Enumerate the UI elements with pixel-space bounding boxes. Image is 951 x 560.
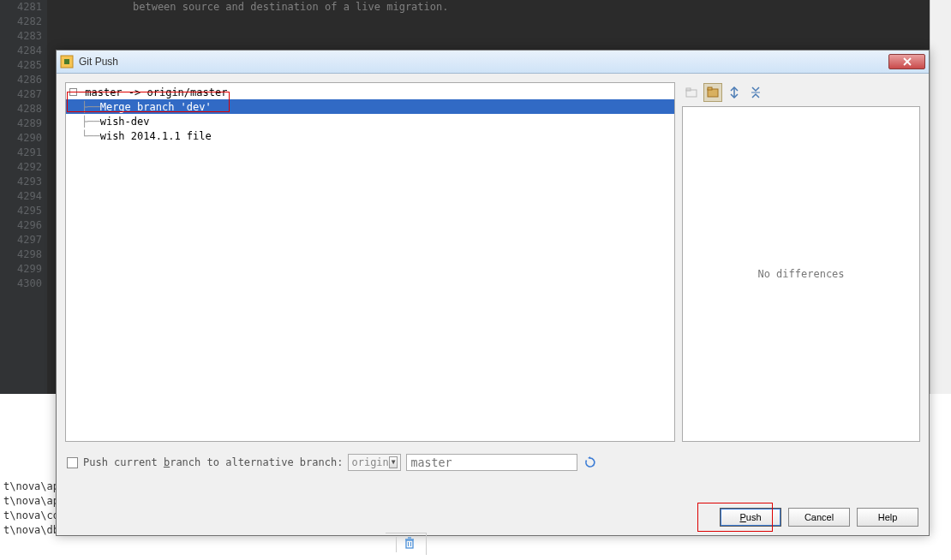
diff-group-by-directory-icon <box>682 83 701 102</box>
editor-comment-line: between source and destination of a live… <box>133 0 930 15</box>
bottom-toolbar <box>386 533 427 555</box>
line-number: 4298 <box>0 247 42 262</box>
line-number: 4299 <box>0 262 42 277</box>
line-number: 4297 <box>0 233 42 247</box>
line-number-gutter: 4281428242834284428542864287428842894290… <box>0 0 47 394</box>
diff-panel: No differences <box>682 82 920 442</box>
chevron-down-icon: ▼ <box>389 456 398 468</box>
tree-collapse-icon[interactable]: − <box>69 88 77 96</box>
line-number: 4285 <box>0 58 42 73</box>
line-number: 4291 <box>0 146 42 160</box>
refresh-button[interactable] <box>583 455 598 470</box>
line-number: 4287 <box>0 87 42 102</box>
tree-commit-row[interactable]: └──wish 2014.1.1 file <box>66 128 674 143</box>
diff-flat-view-icon[interactable] <box>703 83 722 102</box>
tree-commit-label: Merge branch 'dev' <box>100 101 212 113</box>
titlebar: Git Push <box>57 51 929 74</box>
alt-branch-checkbox[interactable] <box>67 457 78 468</box>
tree-commit-row[interactable]: ├──Merge branch 'dev' <box>66 99 674 114</box>
line-number: 4281 <box>0 0 42 15</box>
remote-combo[interactable]: origin ▼ <box>348 454 401 471</box>
dialog-title: Git Push <box>79 56 888 68</box>
git-push-dialog: Git Push −─master -> origin/master ├──Me… <box>56 50 930 536</box>
line-number: 4295 <box>0 204 42 218</box>
cancel-button[interactable]: Cancel <box>788 508 850 527</box>
line-number: 4286 <box>0 73 42 87</box>
line-number: 4290 <box>0 131 42 146</box>
remote-value: origin <box>351 456 388 468</box>
line-number: 4293 <box>0 175 42 189</box>
tree-root-label: master -> origin/master <box>85 86 227 98</box>
push-button[interactable]: Push <box>720 508 781 527</box>
app-icon <box>60 55 74 69</box>
diff-expand-all-icon[interactable] <box>725 83 744 102</box>
close-button[interactable] <box>888 54 925 69</box>
line-number: 4292 <box>0 160 42 175</box>
separator <box>396 537 397 552</box>
dialog-footer: Push Cancel Help <box>720 508 918 527</box>
line-number: 4289 <box>0 116 42 131</box>
line-number: 4296 <box>0 218 42 233</box>
diff-collapse-all-icon[interactable] <box>746 83 765 102</box>
help-button[interactable]: Help <box>857 508 918 527</box>
svg-rect-10 <box>406 540 413 548</box>
tree-commit-label: wish-dev <box>100 116 150 128</box>
tree-root-row[interactable]: −─master -> origin/master <box>66 85 674 99</box>
line-number: 4282 <box>0 15 42 29</box>
branch-input[interactable] <box>406 454 577 471</box>
line-number: 4283 <box>0 29 42 44</box>
diff-empty-label: No differences <box>757 268 844 280</box>
line-number: 4294 <box>0 189 42 204</box>
line-number: 4300 <box>0 277 42 291</box>
line-number: 4288 <box>0 102 42 116</box>
diff-toolbar <box>682 82 920 103</box>
editor-scrollbar[interactable] <box>930 0 951 394</box>
commits-tree[interactable]: −─master -> origin/master ├──Merge branc… <box>65 82 675 442</box>
trash-icon[interactable] <box>404 537 416 551</box>
svg-rect-1 <box>64 59 69 64</box>
tree-commit-row[interactable]: ├──wish-dev <box>66 114 674 128</box>
alt-branch-label: Push current branch to alternative branc… <box>83 456 343 468</box>
svg-rect-7 <box>708 87 712 90</box>
tree-commit-label: wish 2014.1.1 file <box>100 130 212 142</box>
alt-branch-row: Push current branch to alternative branc… <box>57 450 929 474</box>
line-number: 4284 <box>0 44 42 58</box>
diff-content: No differences <box>682 106 920 442</box>
